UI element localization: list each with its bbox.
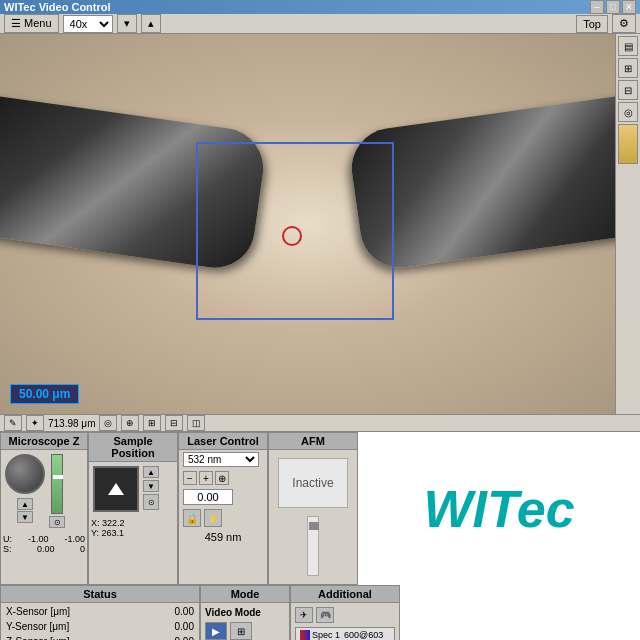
- additional-header: Additional: [291, 586, 399, 603]
- main-panels: Microscope Z ▲ ▼ ⊙ U:: [0, 432, 640, 585]
- scale-bar: 50.00 μm: [10, 384, 79, 404]
- target-circle: [282, 226, 302, 246]
- magnification-select[interactable]: 40x10x20x100x: [63, 15, 113, 33]
- z-arrows: ▲ ▼: [17, 498, 33, 523]
- microscope-z-header: Microscope Z: [1, 433, 87, 450]
- sidebar-btn-2[interactable]: ⊞: [618, 58, 638, 78]
- app-container: WITec Video Control ─ □ ✕ ☰ Menu 40x10x2…: [0, 0, 640, 640]
- afm-content: Inactive: [269, 450, 357, 584]
- sample-arrows: ▲ ▼ ⊙: [143, 466, 159, 512]
- sample-coordinates: X: 322.2 Y: 263.1: [89, 516, 177, 540]
- afm-slider[interactable]: [307, 516, 319, 576]
- cursor-icon[interactable]: ✎: [4, 415, 22, 431]
- flight-icon[interactable]: ✈: [295, 607, 313, 623]
- main-toolbar: ☰ Menu 40x10x20x100x ▾ ▴ Top ⚙: [0, 14, 640, 34]
- table-row: Z-Sensor [μm] 0.00: [3, 635, 197, 640]
- minimize-button[interactable]: ─: [590, 0, 604, 14]
- spec-value: 600@603: [344, 630, 383, 640]
- video-mode-label: Video Mode: [205, 607, 285, 618]
- top-button[interactable]: Top: [576, 15, 608, 33]
- sidebar-btn-1[interactable]: ▤: [618, 36, 638, 56]
- image-mode-button[interactable]: ⊞: [230, 622, 252, 640]
- mode-content: Video Mode ▶ ⊞: [201, 603, 289, 640]
- additional-icons: ✈ 🎮: [295, 607, 395, 623]
- s-unit: 0: [80, 544, 85, 554]
- sidebar-btn-3[interactable]: ⊟: [618, 80, 638, 100]
- microscope-z-content: ▲ ▼ ⊙: [1, 450, 87, 532]
- capture-icon[interactable]: ⊟: [165, 415, 183, 431]
- z-up-button[interactable]: ▲: [17, 498, 33, 510]
- laser-icon-1[interactable]: 🔒: [183, 509, 201, 527]
- sample-home-button[interactable]: ⊙: [143, 494, 159, 510]
- laser-value-row: 0.00: [179, 487, 267, 507]
- status-panel: Status X-Sensor [μm] 0.00 Y-Sensor [μm] …: [0, 585, 200, 640]
- grid-icon[interactable]: ⊕: [121, 415, 139, 431]
- bottom-toolbar: ✎ ✦ 713.98 μm ◎ ⊕ ⊞ ⊟ ◫: [0, 414, 640, 432]
- z-knob[interactable]: [5, 454, 45, 494]
- u-unit: -1.00: [64, 534, 85, 544]
- laser-control-header: Laser Control: [179, 433, 267, 450]
- settings-button[interactable]: ⚙: [612, 14, 636, 33]
- microscope-image: 50.00 μm: [0, 34, 615, 414]
- laser-max-button[interactable]: ⊕: [215, 471, 229, 485]
- y-sensor-label: Y-Sensor [μm]: [3, 620, 144, 633]
- filler-area: [400, 585, 640, 640]
- laser-wavelength-select[interactable]: 532 nm: [183, 452, 259, 467]
- spec-button[interactable]: Spec 1 600@603: [295, 627, 395, 640]
- laser-icon-2[interactable]: ⚡: [204, 509, 222, 527]
- z-down-button[interactable]: ▼: [17, 511, 33, 523]
- controller-icon[interactable]: 🎮: [316, 607, 334, 623]
- right-sidebar: ▤ ⊞ ⊟ ◎: [615, 34, 640, 414]
- spec-color-indicator: [300, 630, 310, 640]
- mode-header: Mode: [201, 586, 289, 603]
- menu-button[interactable]: ☰ Menu: [4, 14, 59, 33]
- status-header: Status: [1, 586, 199, 603]
- joystick-indicator: [108, 483, 124, 495]
- laser-control-panel: Laser Control 532 nm − + ⊕ 0.00 🔒 ⚡ 459 …: [178, 432, 268, 585]
- afm-status-text: Inactive: [292, 476, 333, 490]
- laser-increase-button[interactable]: +: [199, 471, 213, 485]
- z-sensor-label: Z-Sensor [μm]: [3, 635, 144, 640]
- laser-decrease-button[interactable]: −: [183, 471, 197, 485]
- x-label: X:: [91, 518, 100, 528]
- z-focus-button[interactable]: ⊙: [49, 516, 65, 528]
- close-button[interactable]: ✕: [622, 0, 636, 14]
- sidebar-btn-4[interactable]: ◎: [618, 102, 638, 122]
- maximize-button[interactable]: □: [606, 0, 620, 14]
- u-label: U:: [3, 534, 12, 544]
- witec-logo-area: WITec: [358, 432, 640, 585]
- afm-panel: AFM Inactive: [268, 432, 358, 585]
- scale-bar-value: 50.00 μm: [19, 387, 70, 401]
- table-row: Y-Sensor [μm] 0.00: [3, 620, 197, 633]
- video-area: 50.00 μm: [0, 34, 615, 414]
- chevron-up-icon[interactable]: ▴: [141, 14, 161, 33]
- z-slider[interactable]: [51, 454, 63, 514]
- video-mode-button[interactable]: ▶: [205, 622, 227, 640]
- table-row: X-Sensor [μm] 0.00: [3, 605, 197, 618]
- x-sensor-value: 0.00: [146, 605, 197, 618]
- additional-panel: Additional ✈ 🎮 Spec 1 600@603: [290, 585, 400, 640]
- video-row: 50.00 μm ▤ ⊞ ⊟ ◎: [0, 34, 640, 414]
- sample-down-button[interactable]: ▼: [143, 480, 159, 492]
- zoom-icon[interactable]: ◎: [99, 415, 117, 431]
- chevron-down-icon[interactable]: ▾: [117, 14, 137, 33]
- s-label: S:: [3, 544, 12, 554]
- sample-joystick[interactable]: [93, 466, 139, 512]
- sample-position-header: Sample Position: [89, 433, 177, 462]
- coordinate-display: 713.98 μm: [48, 418, 95, 429]
- sample-position-panel: Sample Position ▲ ▼ ⊙ X: 322.2 Y: 263.1: [88, 432, 178, 585]
- s-value: 0.00: [37, 544, 55, 554]
- laser-nm-display: 459 nm: [179, 529, 267, 545]
- bottom-row: Status X-Sensor [μm] 0.00 Y-Sensor [μm] …: [0, 585, 640, 640]
- z-slider-thumb: [53, 475, 63, 479]
- afm-status-display: Inactive: [278, 458, 348, 508]
- title-bar: WITec Video Control ─ □ ✕: [0, 0, 640, 14]
- laser-wavelength-row: 532 nm: [179, 450, 267, 469]
- pencil-icon[interactable]: ✦: [26, 415, 44, 431]
- mode-panel: Mode Video Mode ▶ ⊞: [200, 585, 290, 640]
- afm-slider-thumb: [309, 522, 319, 530]
- frame-icon[interactable]: ⊞: [143, 415, 161, 431]
- fullscreen-icon[interactable]: ◫: [187, 415, 205, 431]
- toolbar-right: Top ⚙: [576, 14, 636, 33]
- sample-up-button[interactable]: ▲: [143, 466, 159, 478]
